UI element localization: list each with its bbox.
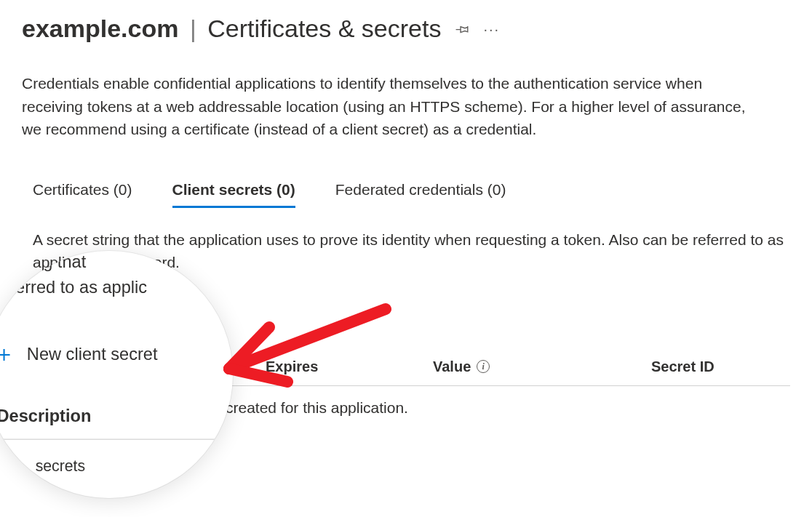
magnifier-lens-overlay: t string that eferred to as applic ＋ New… [0,251,233,498]
intro-text: Credentials enable confidential applicat… [22,72,757,141]
app-name: example.com [22,15,178,42]
page-header: example.com | Certificates & secrets ··· [22,15,790,43]
tab-certificates[interactable]: Certificates (0) [33,181,132,208]
tabs: Certificates (0) Client secrets (0) Fede… [22,181,790,208]
plus-icon: ＋ [0,342,15,365]
col-expires: Expires [266,358,433,375]
pin-icon[interactable] [454,21,470,37]
lens-empty-fragment: secrets [36,455,233,478]
col-secret-id: Secret ID [651,358,779,375]
more-icon[interactable]: ··· [483,22,500,36]
lens-text-fragment: eferred to as applic [1,274,233,300]
lens-col-description: Description [0,403,233,440]
tab-federated-credentials[interactable]: Federated credentials (0) [335,181,506,208]
col-value: Value i [433,358,651,375]
tab-client-secrets[interactable]: Client secrets (0) [172,181,295,208]
title-separator: | [190,15,196,42]
page-title: example.com | Certificates & secrets [22,15,441,43]
info-icon[interactable]: i [477,360,490,373]
lens-new-client-secret[interactable]: ＋ New client secret [0,341,233,366]
lens-add-label: New client secret [27,341,158,366]
section-name: Certificates & secrets [207,15,441,42]
